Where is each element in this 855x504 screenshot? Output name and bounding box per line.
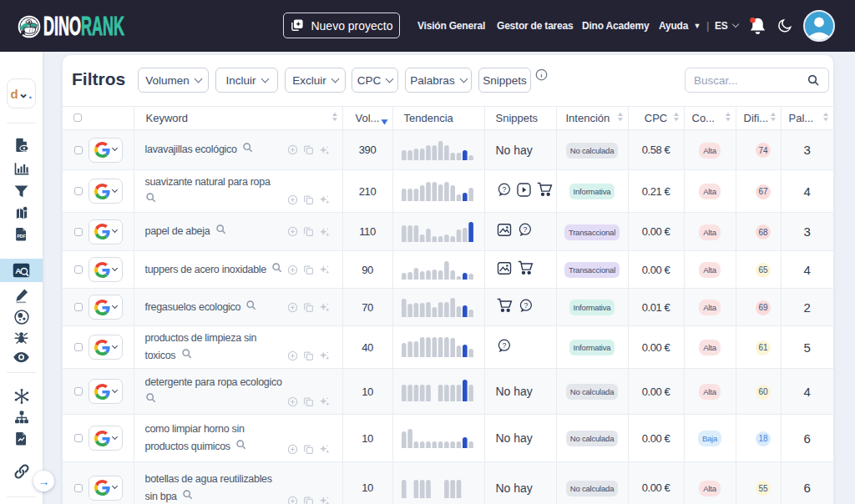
- svg-text:?: ?: [502, 185, 506, 194]
- svg-text:A: A: [15, 266, 21, 275]
- svg-text:?: ?: [502, 340, 506, 349]
- svg-text:PDF: PDF: [17, 234, 25, 239]
- svg-text:?: ?: [524, 300, 528, 309]
- svg-text:?: ?: [523, 225, 527, 234]
